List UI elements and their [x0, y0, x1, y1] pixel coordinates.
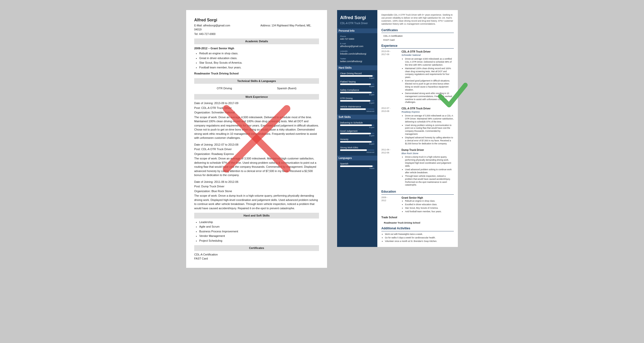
academic-entry: 2009-2012 – Grant Senior High [194, 46, 319, 51]
exp-dates-3: 2011-06 - 2012-06 [381, 148, 399, 154]
lang-bar-1 [340, 165, 374, 167]
hard-skill-label-2: Expert [340, 85, 374, 87]
hard-skill-fill-5 [340, 108, 366, 110]
work-scope-2: The scope of work: Drove an average of 3… [194, 156, 319, 177]
soft-skill-name-1: Delivering to Schedule [340, 121, 374, 124]
work-dates-3: Date of Joining: 2011-06 to 2012-06 [194, 180, 319, 184]
lang-fill-1 [340, 165, 373, 167]
resume-sidebar: Alfred Sorgi CDL-A OTR Truck Driver Pers… [337, 10, 377, 247]
exp-bullet-1-2: Maintained 100% clean driving record and… [405, 67, 454, 79]
exp-bullet-3-3: Through keen vehicle inspection, noticed… [405, 175, 454, 187]
soft-skill-label-1: Expert [340, 126, 374, 128]
hard-skill-name-5: Vehicle Maintenance [340, 105, 374, 108]
skills-row: OTR Driving Spanish (fluent) [194, 85, 319, 92]
experience-heading: Experience [381, 44, 454, 49]
soft-skill-fill-3 [340, 141, 372, 143]
activities-list: Work out with freeweights twice a week. … [381, 233, 454, 243]
exp-bullet-1-4: Demonstrated strong work ethic resulting… [405, 92, 454, 104]
hard-skill-name-4: OTR Driving [340, 97, 374, 100]
exp-bullets-1: Drove an average 4,500 miles/week as a c… [401, 58, 454, 104]
soft-skill-bar-3 [340, 141, 374, 143]
exp-details-2: CDL-A OTR Truck Driver Roadway Express D… [401, 107, 454, 145]
right-cert-2: FAST Card [381, 38, 454, 42]
exp-dates-2: 2012-07 - 2013-08 [381, 107, 399, 113]
exp-entry-3: 2011-06 - 2012-06 Dump Truck Driver Blue… [381, 148, 454, 187]
soft-skill-label-3: Expert [340, 143, 374, 145]
exp-company-1: Schneider National [401, 54, 454, 57]
soft-skill-2: Agile and Scrum [199, 225, 319, 229]
work-post-2: Post: CDL-A OTR Truck Driver [194, 147, 319, 151]
email-value: alfredsorgi@gmail.com [340, 45, 374, 48]
right-cert-1: CDL-A Certification [381, 34, 454, 38]
exp-bullet-1-3: Exercised good judgement in difficult si… [405, 79, 454, 92]
technical-skills-header: Technical Skills & Languages [194, 78, 319, 84]
exp-bullet-3-2: Used advanced problem solving to continu… [405, 168, 454, 174]
certificates-heading: Certificates [381, 28, 454, 33]
exp-company-2: Roadway Express [401, 110, 454, 114]
academic-bullet-2: Great in driver education class. [199, 56, 319, 60]
languages-list: Spanish Fluent [340, 162, 374, 169]
left-email: E-Mail: alfredsorgi@gmail.comAddress: 13… [194, 24, 319, 32]
resume-right-inner: Alfred Sorgi CDL-A OTR Truck Driver Pers… [337, 10, 458, 247]
soft-skill-1: Leadership [199, 220, 319, 224]
edu-bullet-1-3: Star Scout, Boy Scouts of America. [405, 207, 454, 210]
resume-bad: Alfred Sorgi E-Mail: alfredsorgi@gmail.c… [186, 10, 327, 268]
soft-skill-bar-1 [340, 124, 374, 126]
hard-skill-name-2: Flatbed Tarping [340, 80, 374, 83]
left-cert-1: CDL-A Certification [194, 252, 319, 257]
soft-skills-list-right: Delivering to Schedule Expert Good Judge… [340, 121, 374, 153]
hard-skills-list: Clean Driving Record Expert Flatbed Tarp… [340, 72, 374, 112]
work-dates-1: Date of Joining: 2013-09 to 2017-09 [194, 101, 319, 105]
activity-1: Work out with freeweights twice a week. [385, 233, 454, 236]
activity-2: Go for walks 5 days a week for cardiovas… [385, 236, 454, 239]
soft-skill-bar-2 [340, 133, 374, 134]
exp-dates-1: 2013-09 - 2017-09 [381, 50, 399, 56]
linkedin-value: linkedin.com/in/alfredsorgi [340, 53, 374, 56]
twitter-value: twitter.com/alfredsorgi [340, 60, 374, 63]
hard-skill-bar-4 [340, 100, 374, 102]
soft-skill-fill-4 [340, 149, 367, 151]
soft-skills-title: Soft Skills [337, 115, 377, 119]
right-title: CDL-A OTR Truck Driver [340, 22, 374, 25]
soft-skill-bar-4 [340, 149, 374, 151]
exp-title-3: Dump Truck Driver [401, 148, 454, 152]
exp-details-1: CDL-A OTR Truck Driver Schneider Nationa… [401, 50, 454, 104]
hard-skill-fill-2 [340, 83, 371, 85]
activity-3: Volunteer once a month at St. Brendan's … [385, 240, 454, 243]
soft-skill-name-3: Honesty [340, 138, 374, 141]
edu-bullet-1-1: Rebuilt an engine in shop class. [405, 200, 454, 203]
hard-skill-label-5: Advanced [340, 110, 374, 112]
soft-skill-label-2: Expert [340, 135, 374, 137]
soft-skill-4: Vendor Management [199, 234, 319, 238]
exp-company-3: Blue Rock Stone [401, 152, 454, 155]
edu-entry-trade-heading: Trade School [381, 216, 454, 219]
soft-skill-name-4: Strong Work Ethic [340, 146, 374, 149]
trade-school-heading: Trade School [381, 216, 454, 219]
hard-skill-name-3: Safety Compliance [340, 89, 374, 91]
personal-info-title: Personal Info [337, 28, 377, 33]
phone-value: 440-727-6900 [340, 38, 374, 41]
left-name: Alfred Sorgi [194, 17, 319, 23]
academic-bullets: Rebuilt an engine in shop class. Great i… [194, 51, 319, 69]
work-post-1: Post: CDL-A OTR Truck Driver [194, 106, 319, 110]
soft-skill-fill-2 [340, 133, 371, 134]
resume-content: Dependable CDL-A OTR Truck Driver with 5… [377, 10, 458, 247]
exp-entry-1: 2013-09 - 2017-09 CDL-A OTR Truck Driver… [381, 50, 454, 104]
hard-skills-title: Hard Skills [337, 65, 377, 70]
work-org-3: Organization: Blue Rock Stone [194, 189, 319, 193]
soft-skill-name-2: Good Judgement [340, 130, 374, 132]
activities-heading: Additional Activities [381, 226, 454, 231]
hard-skill-fill-4 [340, 100, 370, 102]
exp-bullet-2-2: Used strong problem solving & communicat… [405, 124, 454, 136]
resume-good: Alfred Sorgi CDL-A OTR Truck Driver Pers… [337, 10, 458, 247]
hard-skill-label-3: Expert [340, 94, 374, 96]
hard-skill-label-4: Expert [340, 102, 374, 104]
academic-bullet-1: Rebuilt an engine in shop class. [199, 51, 319, 56]
lang-label-1: Fluent [340, 167, 374, 169]
work-experience-header: Work Experience [194, 94, 319, 100]
work-entry-1: Date of Joining: 2013-09 to 2017-09 Post… [194, 101, 319, 140]
right-name: Alfred Sorgi [340, 15, 374, 21]
hard-skill-bar-2 [340, 83, 374, 85]
edu-school-1: Grant Senior High [401, 196, 454, 200]
work-entry-2: Date of Joining: 2012-07 to 2013-08 Post… [194, 143, 319, 177]
